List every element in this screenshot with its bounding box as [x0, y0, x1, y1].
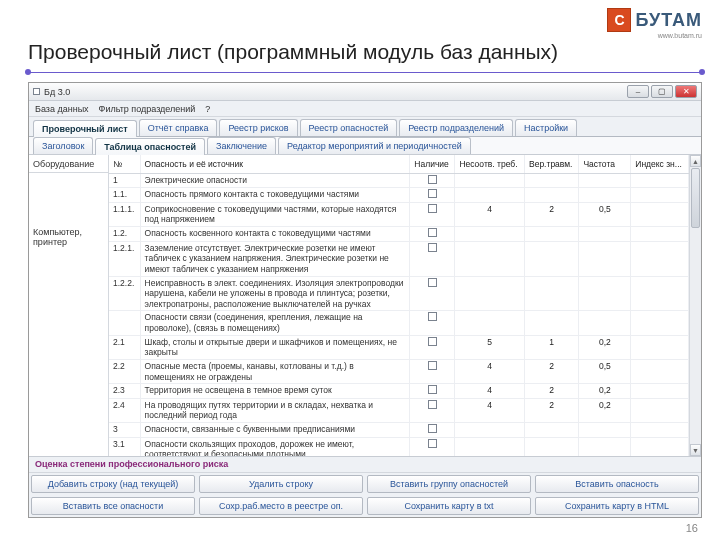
- col-header[interactable]: №: [109, 155, 140, 173]
- cell-value: [631, 202, 689, 226]
- checkbox-icon[interactable]: [428, 175, 437, 184]
- subtab-editor[interactable]: Редактор мероприятий и периодичностей: [278, 137, 471, 154]
- cell-value: 0,5: [579, 359, 631, 383]
- checkbox-icon[interactable]: [428, 228, 437, 237]
- cell-checkbox[interactable]: [410, 311, 455, 335]
- table-row[interactable]: 2.2Опасные места (проемы, канавы, котлов…: [109, 359, 689, 383]
- cell-number: 1.2.2.: [109, 276, 140, 311]
- scroll-down-icon[interactable]: ▼: [690, 444, 701, 456]
- tab-risk-registry[interactable]: Реестр рисков: [219, 119, 297, 136]
- col-header[interactable]: Наличие: [410, 155, 455, 173]
- logo-text: БУТАМ: [635, 10, 702, 31]
- button-panel: Добавить строку (над текущей) Удалить ст…: [29, 473, 701, 517]
- btn-save-txt[interactable]: Сохранить карту в txt: [367, 497, 531, 515]
- cell-value: [579, 241, 631, 276]
- scroll-up-icon[interactable]: ▲: [690, 155, 701, 167]
- cell-value: [579, 437, 631, 456]
- cell-checkbox[interactable]: [410, 188, 455, 203]
- cell-description: Опасности скользящих проходов, дорожек н…: [140, 437, 410, 456]
- tab-settings[interactable]: Настройки: [515, 119, 577, 136]
- app-icon: [33, 88, 40, 95]
- checkbox-icon[interactable]: [428, 278, 437, 287]
- btn-insert-group[interactable]: Вставить группу опасностей: [367, 475, 531, 493]
- cell-checkbox[interactable]: [410, 335, 455, 359]
- tab-dept-registry[interactable]: Реестр подразделений: [399, 119, 513, 136]
- cell-description: На проводящих путях территории и в склад…: [140, 398, 410, 422]
- checkbox-icon[interactable]: [428, 204, 437, 213]
- tab-hazard-registry[interactable]: Реестр опасностей: [300, 119, 398, 136]
- table-row[interactable]: 1Электрические опасности: [109, 173, 689, 188]
- tab-report[interactable]: Отчёт справка: [139, 119, 218, 136]
- subtab-header[interactable]: Заголовок: [33, 137, 93, 154]
- cell-value: [525, 311, 579, 335]
- tab-checklist[interactable]: Проверочный лист: [33, 120, 137, 137]
- cell-value: 4: [455, 202, 525, 226]
- cell-description: Опасности, связанные с буквенными предпи…: [140, 423, 410, 438]
- col-header[interactable]: Опасность и её источник: [140, 155, 410, 173]
- logo-url: www.butam.ru: [658, 32, 702, 39]
- checkbox-icon[interactable]: [428, 337, 437, 346]
- menu-filter[interactable]: Фильтр подразделений: [99, 104, 196, 114]
- menu-help[interactable]: ?: [205, 104, 210, 114]
- cell-checkbox[interactable]: [410, 437, 455, 456]
- checkbox-icon[interactable]: [428, 312, 437, 321]
- cell-value: [525, 227, 579, 242]
- table-row[interactable]: 3.1Опасности скользящих проходов, дороже…: [109, 437, 689, 456]
- cell-number: 2.3: [109, 384, 140, 399]
- checkbox-icon[interactable]: [428, 424, 437, 433]
- checkbox-icon[interactable]: [428, 439, 437, 448]
- cell-value: [579, 276, 631, 311]
- cell-number: 2.1: [109, 335, 140, 359]
- btn-insert-hazard[interactable]: Вставить опасность: [535, 475, 699, 493]
- table-row[interactable]: 2.4На проводящих путях территории и в ск…: [109, 398, 689, 422]
- cell-checkbox[interactable]: [410, 423, 455, 438]
- checkbox-icon[interactable]: [428, 385, 437, 394]
- col-header[interactable]: Индекс зн...: [631, 155, 689, 173]
- cell-checkbox[interactable]: [410, 241, 455, 276]
- table-row[interactable]: 1.2.1.Заземление отсутствует. Электричес…: [109, 241, 689, 276]
- cell-checkbox[interactable]: [410, 173, 455, 188]
- table-row[interactable]: 1.2.Опасность косвенного контакта с токо…: [109, 227, 689, 242]
- cell-checkbox[interactable]: [410, 359, 455, 383]
- subtab-hazard-table[interactable]: Таблица опасностей: [95, 138, 205, 155]
- btn-add-row[interactable]: Добавить строку (над текущей): [31, 475, 195, 493]
- checkbox-icon[interactable]: [428, 361, 437, 370]
- hazard-grid[interactable]: №Опасность и её источникНаличиеНесоотв. …: [109, 155, 689, 456]
- table-row[interactable]: 2.1Шкаф, столы и открытые двери и шкафчи…: [109, 335, 689, 359]
- menu-db[interactable]: База данных: [35, 104, 89, 114]
- cell-value: [525, 423, 579, 438]
- table-row[interactable]: 3Опасности, связанные с буквенными предп…: [109, 423, 689, 438]
- cell-value: [455, 311, 525, 335]
- equipment-item[interactable]: Компьютер, принтер: [29, 223, 108, 251]
- col-header[interactable]: Частота: [579, 155, 631, 173]
- maximize-button[interactable]: ▢: [651, 85, 673, 98]
- table-row[interactable]: Опасности связи (соединения, крепления, …: [109, 311, 689, 335]
- col-header[interactable]: Несоотв. треб.: [455, 155, 525, 173]
- cell-value: [631, 437, 689, 456]
- btn-insert-all[interactable]: Вставить все опасности: [31, 497, 195, 515]
- subtab-conclusion[interactable]: Заключение: [207, 137, 276, 154]
- table-row[interactable]: 2.3Территория не освещена в темное время…: [109, 384, 689, 399]
- btn-save-html[interactable]: Сохранить карту в HTML: [535, 497, 699, 515]
- cell-checkbox[interactable]: [410, 384, 455, 399]
- close-button[interactable]: ✕: [675, 85, 697, 98]
- table-row[interactable]: 1.1.1.Соприкосновение с токоведущими час…: [109, 202, 689, 226]
- vertical-scrollbar[interactable]: ▲ ▼: [689, 155, 701, 456]
- cell-number: 3.1: [109, 437, 140, 456]
- checkbox-icon[interactable]: [428, 243, 437, 252]
- cell-checkbox[interactable]: [410, 227, 455, 242]
- cell-value: 4: [455, 359, 525, 383]
- cell-checkbox[interactable]: [410, 202, 455, 226]
- cell-checkbox[interactable]: [410, 398, 455, 422]
- btn-save-registry[interactable]: Сохр.раб.место в реестре оп.: [199, 497, 363, 515]
- btn-delete-row[interactable]: Удалить строку: [199, 475, 363, 493]
- minimize-button[interactable]: –: [627, 85, 649, 98]
- scroll-thumb[interactable]: [691, 168, 700, 228]
- table-row[interactable]: 1.1.Опасность прямого контакта с токовед…: [109, 188, 689, 203]
- app-window: Бд 3.0 – ▢ ✕ База данных Фильтр подразде…: [28, 82, 702, 518]
- checkbox-icon[interactable]: [428, 400, 437, 409]
- checkbox-icon[interactable]: [428, 189, 437, 198]
- col-header[interactable]: Вер.травм.: [525, 155, 579, 173]
- table-row[interactable]: 1.2.2.Неисправность в элект. соединениях…: [109, 276, 689, 311]
- cell-checkbox[interactable]: [410, 276, 455, 311]
